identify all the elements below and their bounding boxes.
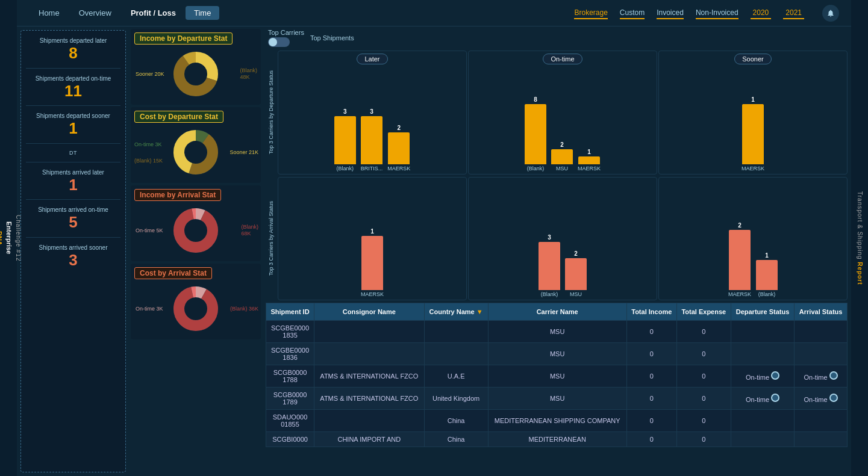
cell-expense: 0 <box>676 388 731 410</box>
cell-consignor: ATMS & INTERNATIONAL FZCO <box>314 365 425 388</box>
bar-group-later: Later 3 (Blank) 3 BRITIS <box>278 51 467 175</box>
bar-maersk-sooner: 1 MAERSK <box>742 96 764 172</box>
stat-departed-ontime: Shipments departed on-time 11 <box>26 75 120 100</box>
col-arrival-status[interactable]: Arrival Status <box>795 303 848 321</box>
bar-blank-later: 3 (Blank) <box>334 108 356 172</box>
charts-panel: Income by Departure Stat Sooner 20K (Bla… <box>130 26 262 476</box>
arr-bar-group-later: 1 MAERSK <box>278 177 467 301</box>
stat-arrived-ontime-value: 5 <box>26 214 120 231</box>
shipments-table: Shipment ID Consignor Name Country Name … <box>266 303 848 447</box>
cell-income: 0 <box>626 388 676 410</box>
col-country[interactable]: Country Name ▼ <box>424 303 488 321</box>
cell-shipment-id: SCGBI0000 <box>266 432 314 447</box>
arr-status-radio[interactable] <box>829 371 838 380</box>
arr-bar-msu-ontime-rect <box>565 258 587 290</box>
arr-bar-maersk-sooner: 2 MAERSK <box>728 222 751 297</box>
col-departure-status[interactable]: Departure Status <box>731 303 794 321</box>
cell-country: China <box>424 410 488 432</box>
cell-arr-status <box>795 343 848 365</box>
cell-expense: 0 <box>676 365 731 388</box>
cell-dep-status <box>731 410 794 432</box>
bar-blank-ontime-rect <box>525 104 546 164</box>
col-consignor[interactable]: Consignor Name <box>314 303 425 321</box>
table-row: SCGBI0000 CHINA IMPORT AND China MEDITER… <box>266 432 848 447</box>
cell-dep-status <box>731 432 794 447</box>
cell-income: 0 <box>626 321 676 343</box>
cell-consignor <box>314 321 425 343</box>
cell-dep-status <box>731 343 794 365</box>
col-expense[interactable]: Total Expense <box>676 303 731 321</box>
cell-carrier: MEDITERRANEAN SHIPPING COMPANY <box>488 410 626 432</box>
dep-status-radio[interactable] <box>771 371 779 380</box>
cell-country: China <box>424 432 488 447</box>
nav-overview[interactable]: Overview <box>69 0 121 26</box>
arr-bar-blank-sooner-rect <box>756 260 778 290</box>
income-arr-label-right: (Blank)68K <box>241 224 258 237</box>
cell-carrier: MEDITERRANEAN <box>488 432 626 447</box>
cost-departure-donut <box>172 128 220 176</box>
year-2021[interactable]: 2021 <box>783 7 804 19</box>
arr-bar-blank-ontime-rect <box>539 242 560 290</box>
table-row: SCGB00001789 ATMS & INTERNATIONAL FZCO U… <box>266 388 848 410</box>
cell-country: U.A.E <box>424 365 488 388</box>
cost-dep-label-left1: On-time 3K <box>134 141 162 148</box>
filter-brokerage[interactable]: Brokerage <box>574 7 607 19</box>
body-area: Shipments departed later 8 Shipments dep… <box>17 26 851 476</box>
cost-dep-label-left2: (Blank) 15K <box>134 158 163 164</box>
bar-maersk-ontime: 1 MAERSK <box>578 149 601 172</box>
left-stats-panel: Shipments departed later 8 Shipments dep… <box>20 30 126 472</box>
cost-arr-label-right: (Blank) 36K <box>230 306 258 312</box>
top-carriers-switch[interactable] <box>268 37 290 47</box>
cell-shipment-id: SDAUO00001855 <box>266 410 314 432</box>
bar-msu-ontime-rect <box>551 149 573 164</box>
sidebar-right: Transport & Shipping Report <box>851 0 868 476</box>
col-income[interactable]: Total Income <box>626 303 676 321</box>
stat-departed-sooner-value: 1 <box>26 120 120 137</box>
arr-status-radio[interactable] <box>829 394 838 402</box>
table-row: SCGB00001788 ATMS & INTERNATIONAL FZCO U… <box>266 365 848 388</box>
cell-consignor: CHINA IMPORT AND <box>314 432 425 447</box>
bell-icon[interactable] <box>822 5 839 22</box>
bar-maersk-ontime-rect <box>578 156 600 164</box>
divider-5 <box>26 199 120 200</box>
arr-bar-group-ontime: 3 (Blank) 2 MSU <box>468 177 657 301</box>
arr-bar-maersk-sooner-rect <box>729 230 751 290</box>
sooner-header: Sooner <box>734 54 771 64</box>
bar-blank-later-rect <box>334 116 356 164</box>
nav-home[interactable]: Home <box>29 0 69 26</box>
year-2020[interactable]: 2020 <box>751 7 772 19</box>
cell-arr-status <box>795 432 848 447</box>
main-content: Home Overview Profit / Loss Time Brokera… <box>17 0 851 476</box>
cell-dep-status: On-time <box>731 388 794 410</box>
filter-custom[interactable]: Custom <box>620 7 645 19</box>
cost-arrival-donut <box>172 285 220 333</box>
arr-bar-maersk-later: 1 MAERSK <box>361 228 384 297</box>
cell-shipment-id: SCGB00001789 <box>266 388 314 410</box>
cell-income: 0 <box>626 410 676 432</box>
arr-ontime-bars: 3 (Blank) 2 MSU <box>539 180 587 298</box>
cell-country <box>424 321 488 343</box>
cell-arr-status: On-time <box>795 365 848 388</box>
col-carrier[interactable]: Carrier Name <box>488 303 626 321</box>
bar-maersk-later-rect <box>388 132 410 164</box>
top-carriers-toggle-container: Top Carriers <box>268 29 304 47</box>
shipments-table-area: Shipment ID Consignor Name Country Name … <box>262 301 851 476</box>
income-departure-title: Income by Departure Stat <box>134 32 233 45</box>
sooner-bars: 1 MAERSK <box>742 67 764 172</box>
filter-invoiced[interactable]: Invoiced <box>657 7 684 19</box>
right-area: Top Carriers Top Shipments Top 3 Carrier… <box>262 26 851 476</box>
cell-consignor <box>314 343 425 365</box>
filter-non-invoiced[interactable]: Non-Invoiced <box>696 7 738 19</box>
nav-profit-loss[interactable]: Profit / Loss <box>121 0 186 26</box>
departure-bar-groups: Later 3 (Blank) 3 BRITIS <box>278 51 848 175</box>
dt-label: DT <box>26 150 120 156</box>
nav-time[interactable]: Time <box>186 6 219 20</box>
col-shipment-id[interactable]: Shipment ID <box>266 303 314 321</box>
dep-status-radio[interactable] <box>771 394 779 402</box>
stat-departed-later-value: 8 <box>26 45 120 62</box>
cell-country <box>424 343 488 365</box>
table-row: SDAUO00001855 China MEDITERRANEAN SHIPPI… <box>266 410 848 432</box>
cell-carrier: MSU <box>488 388 626 410</box>
income-departure-donut <box>172 50 220 98</box>
ontime-header: On-time <box>543 54 582 64</box>
